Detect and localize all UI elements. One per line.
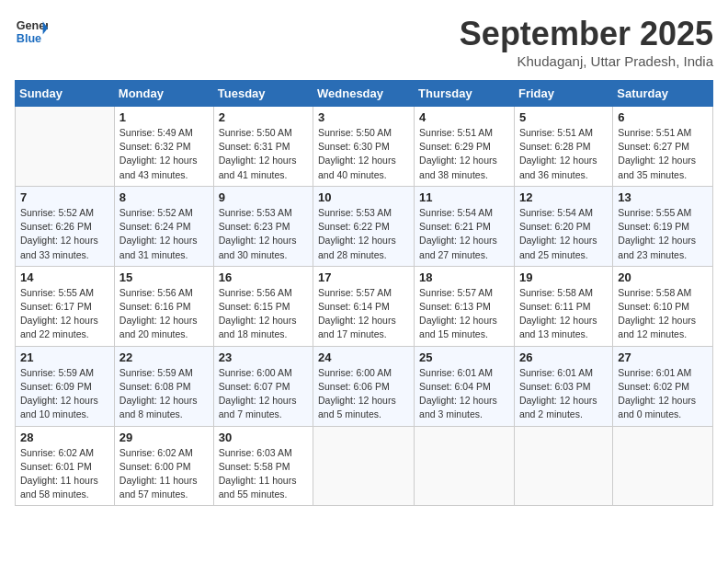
calendar-cell <box>415 426 515 506</box>
weekday-header-sunday: Sunday <box>16 81 115 107</box>
day-number: 9 <box>219 190 308 204</box>
day-info: Sunrise: 5:50 AM Sunset: 6:31 PM Dayligh… <box>219 126 308 182</box>
day-number: 23 <box>219 350 308 364</box>
day-number: 11 <box>419 190 509 204</box>
calendar-cell: 26Sunrise: 6:01 AM Sunset: 6:03 PM Dayli… <box>514 346 612 426</box>
weekday-header-wednesday: Wednesday <box>313 81 415 107</box>
calendar-week-4: 21Sunrise: 5:59 AM Sunset: 6:09 PM Dayli… <box>16 346 713 426</box>
month-title: September 2025 <box>460 15 713 53</box>
day-number: 29 <box>119 431 209 444</box>
calendar-cell: 7Sunrise: 5:52 AM Sunset: 6:26 PM Daylig… <box>16 186 115 266</box>
calendar-body: 1Sunrise: 5:49 AM Sunset: 6:32 PM Daylig… <box>16 107 713 506</box>
calendar-cell: 9Sunrise: 5:53 AM Sunset: 6:23 PM Daylig… <box>213 186 313 266</box>
weekday-header-saturday: Saturday <box>613 81 713 107</box>
day-info: Sunrise: 6:00 AM Sunset: 6:06 PM Dayligh… <box>318 366 409 422</box>
weekday-header-thursday: Thursday <box>415 81 515 107</box>
day-number: 20 <box>618 270 708 284</box>
calendar-week-2: 7Sunrise: 5:52 AM Sunset: 6:26 PM Daylig… <box>16 186 713 266</box>
day-info: Sunrise: 5:52 AM Sunset: 6:24 PM Dayligh… <box>119 206 209 262</box>
day-number: 16 <box>219 270 308 284</box>
calendar-cell: 13Sunrise: 5:55 AM Sunset: 6:19 PM Dayli… <box>613 186 713 266</box>
weekday-header-monday: Monday <box>114 81 213 107</box>
logo-icon: General Blue <box>15 15 48 48</box>
day-info: Sunrise: 5:49 AM Sunset: 6:32 PM Dayligh… <box>119 126 209 182</box>
day-info: Sunrise: 5:59 AM Sunset: 6:08 PM Dayligh… <box>119 366 209 422</box>
day-number: 18 <box>419 270 509 284</box>
weekday-header-row: SundayMondayTuesdayWednesdayThursdayFrid… <box>16 81 713 107</box>
calendar-cell: 1Sunrise: 5:49 AM Sunset: 6:32 PM Daylig… <box>114 107 213 187</box>
day-number: 8 <box>119 190 209 204</box>
calendar-cell: 14Sunrise: 5:55 AM Sunset: 6:17 PM Dayli… <box>16 266 115 346</box>
day-number: 26 <box>519 350 608 364</box>
calendar-cell: 5Sunrise: 5:51 AM Sunset: 6:28 PM Daylig… <box>514 107 612 187</box>
day-info: Sunrise: 5:51 AM Sunset: 6:29 PM Dayligh… <box>419 126 509 182</box>
day-number: 21 <box>20 350 109 364</box>
day-info: Sunrise: 6:01 AM Sunset: 6:04 PM Dayligh… <box>419 366 509 422</box>
calendar-cell: 2Sunrise: 5:50 AM Sunset: 6:31 PM Daylig… <box>213 107 313 187</box>
day-number: 13 <box>618 190 708 204</box>
day-number: 2 <box>219 110 308 124</box>
calendar-cell <box>313 426 415 506</box>
location-subtitle: Khudaganj, Uttar Pradesh, India <box>460 53 713 69</box>
calendar-cell <box>16 107 115 187</box>
calendar-week-1: 1Sunrise: 5:49 AM Sunset: 6:32 PM Daylig… <box>16 107 713 187</box>
svg-text:Blue: Blue <box>17 32 41 45</box>
day-info: Sunrise: 5:50 AM Sunset: 6:30 PM Dayligh… <box>318 126 409 182</box>
calendar-cell: 16Sunrise: 5:56 AM Sunset: 6:15 PM Dayli… <box>213 266 313 346</box>
day-info: Sunrise: 5:54 AM Sunset: 6:20 PM Dayligh… <box>519 206 608 262</box>
day-info: Sunrise: 5:57 AM Sunset: 6:13 PM Dayligh… <box>419 286 509 342</box>
day-number: 24 <box>318 350 409 364</box>
day-number: 22 <box>119 350 209 364</box>
day-number: 30 <box>219 431 308 444</box>
day-number: 15 <box>119 270 209 284</box>
calendar-cell: 23Sunrise: 6:00 AM Sunset: 6:07 PM Dayli… <box>213 346 313 426</box>
day-info: Sunrise: 5:56 AM Sunset: 6:16 PM Dayligh… <box>119 286 209 342</box>
day-number: 6 <box>618 110 708 124</box>
calendar-cell: 12Sunrise: 5:54 AM Sunset: 6:20 PM Dayli… <box>514 186 612 266</box>
day-info: Sunrise: 5:52 AM Sunset: 6:26 PM Dayligh… <box>20 206 109 262</box>
day-info: Sunrise: 5:56 AM Sunset: 6:15 PM Dayligh… <box>219 286 308 342</box>
calendar-cell: 29Sunrise: 6:02 AM Sunset: 6:00 PM Dayli… <box>114 426 213 506</box>
calendar-cell: 10Sunrise: 5:53 AM Sunset: 6:22 PM Dayli… <box>313 186 415 266</box>
day-info: Sunrise: 5:59 AM Sunset: 6:09 PM Dayligh… <box>20 366 109 422</box>
day-info: Sunrise: 5:55 AM Sunset: 6:17 PM Dayligh… <box>20 286 109 342</box>
day-info: Sunrise: 6:01 AM Sunset: 6:03 PM Dayligh… <box>519 366 608 422</box>
calendar-cell <box>613 426 713 506</box>
day-info: Sunrise: 5:53 AM Sunset: 6:23 PM Dayligh… <box>219 206 308 262</box>
day-number: 12 <box>519 190 608 204</box>
calendar-cell: 3Sunrise: 5:50 AM Sunset: 6:30 PM Daylig… <box>313 107 415 187</box>
calendar-cell: 20Sunrise: 5:58 AM Sunset: 6:10 PM Dayli… <box>613 266 713 346</box>
day-number: 4 <box>419 110 509 124</box>
day-info: Sunrise: 6:02 AM Sunset: 6:01 PM Dayligh… <box>20 446 109 502</box>
calendar-cell: 19Sunrise: 5:58 AM Sunset: 6:11 PM Dayli… <box>514 266 612 346</box>
day-info: Sunrise: 5:51 AM Sunset: 6:28 PM Dayligh… <box>519 126 608 182</box>
day-info: Sunrise: 6:01 AM Sunset: 6:02 PM Dayligh… <box>618 366 708 422</box>
day-info: Sunrise: 5:55 AM Sunset: 6:19 PM Dayligh… <box>618 206 708 262</box>
day-info: Sunrise: 6:03 AM Sunset: 5:58 PM Dayligh… <box>219 446 308 502</box>
day-number: 17 <box>318 270 409 284</box>
calendar-cell: 27Sunrise: 6:01 AM Sunset: 6:02 PM Dayli… <box>613 346 713 426</box>
page-header: General Blue September 2025 Khudaganj, U… <box>15 15 713 69</box>
calendar-cell: 8Sunrise: 5:52 AM Sunset: 6:24 PM Daylig… <box>114 186 213 266</box>
calendar-week-5: 28Sunrise: 6:02 AM Sunset: 6:01 PM Dayli… <box>16 426 713 506</box>
day-number: 3 <box>318 110 409 124</box>
day-info: Sunrise: 5:51 AM Sunset: 6:27 PM Dayligh… <box>618 126 708 182</box>
calendar-cell: 22Sunrise: 5:59 AM Sunset: 6:08 PM Dayli… <box>114 346 213 426</box>
day-number: 5 <box>519 110 608 124</box>
day-info: Sunrise: 5:57 AM Sunset: 6:14 PM Dayligh… <box>318 286 409 342</box>
calendar-cell: 15Sunrise: 5:56 AM Sunset: 6:16 PM Dayli… <box>114 266 213 346</box>
day-info: Sunrise: 6:00 AM Sunset: 6:07 PM Dayligh… <box>219 366 308 422</box>
day-info: Sunrise: 5:53 AM Sunset: 6:22 PM Dayligh… <box>318 206 409 262</box>
day-number: 14 <box>20 270 109 284</box>
day-info: Sunrise: 6:02 AM Sunset: 6:00 PM Dayligh… <box>119 446 209 502</box>
day-number: 7 <box>20 190 109 204</box>
day-info: Sunrise: 5:58 AM Sunset: 6:11 PM Dayligh… <box>519 286 608 342</box>
calendar-cell: 28Sunrise: 6:02 AM Sunset: 6:01 PM Dayli… <box>16 426 115 506</box>
calendar-cell: 24Sunrise: 6:00 AM Sunset: 6:06 PM Dayli… <box>313 346 415 426</box>
calendar-week-3: 14Sunrise: 5:55 AM Sunset: 6:17 PM Dayli… <box>16 266 713 346</box>
day-number: 10 <box>318 190 409 204</box>
calendar-cell: 18Sunrise: 5:57 AM Sunset: 6:13 PM Dayli… <box>415 266 515 346</box>
calendar-cell: 17Sunrise: 5:57 AM Sunset: 6:14 PM Dayli… <box>313 266 415 346</box>
weekday-header-friday: Friday <box>514 81 612 107</box>
day-number: 19 <box>519 270 608 284</box>
